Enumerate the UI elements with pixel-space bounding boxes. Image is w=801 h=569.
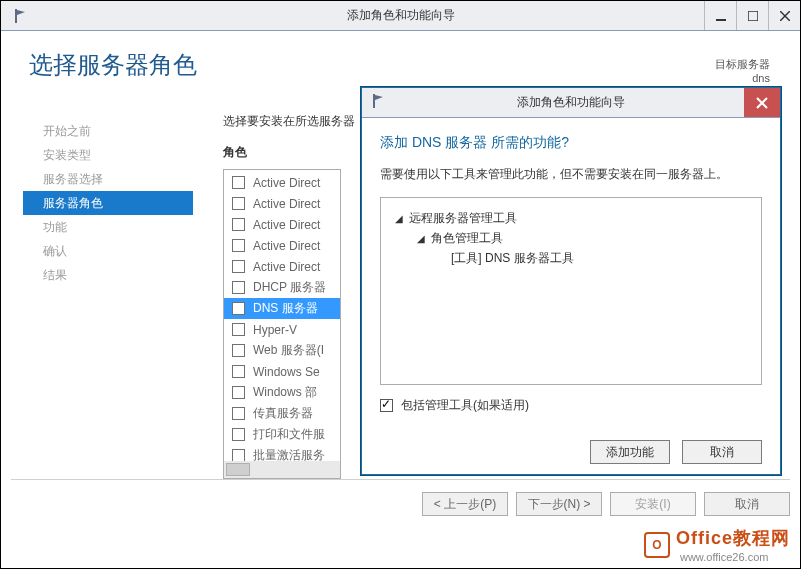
destination-server: 目标服务器 dns [715,57,770,84]
dialog-cancel-button[interactable]: 取消 [682,440,762,464]
role-row-dns[interactable]: DNS 服务器 [224,298,340,319]
add-features-button[interactable]: 添加功能 [590,440,670,464]
role-row[interactable]: Web 服务器(I [224,340,340,361]
tree-item-role-admin-tools[interactable]: ◢ 角色管理工具 [417,228,747,248]
checkbox-icon[interactable] [232,428,245,441]
roles-listbox[interactable]: Active Direct Active Direct Active Direc… [223,169,341,479]
watermark: O Office教程网 www.office26.com [644,526,790,564]
include-management-tools-row[interactable]: 包括管理工具(如果适用) [380,397,762,414]
dialog-footer: 添加功能 取消 [362,440,780,464]
svg-rect-2 [748,11,758,21]
checkbox-icon[interactable] [232,365,245,378]
close-button[interactable] [768,1,800,30]
checkbox-icon[interactable] [232,176,245,189]
checkbox-icon[interactable] [232,281,245,294]
caret-down-icon[interactable]: ◢ [395,213,405,224]
watermark-brand: Office教程网 [676,528,790,548]
sidebar-item-server-selection[interactable]: 服务器选择 [23,167,193,191]
checkbox-icon[interactable] [232,302,245,315]
sidebar-item-installation-type[interactable]: 安装类型 [23,143,193,167]
horizontal-scrollbar[interactable] [224,461,340,478]
add-features-dialog: 添加角色和功能向导 添加 DNS 服务器 所需的功能? 需要使用以下工具来管理此… [361,87,781,475]
dest-server-value: dns [715,72,770,84]
wizard-sidebar: 开始之前 安装类型 服务器选择 服务器角色 功能 确认 结果 [23,119,193,287]
tree-item-dns-server-tools[interactable]: [工具] DNS 服务器工具 [451,248,747,268]
role-row[interactable]: 打印和文件服 [224,424,340,445]
sidebar-item-server-roles[interactable]: 服务器角色 [23,191,193,215]
next-button[interactable]: 下一步(N) > [516,492,602,516]
checkbox-icon[interactable] [232,344,245,357]
role-row[interactable]: 传真服务器 [224,403,340,424]
sidebar-item-before-you-begin[interactable]: 开始之前 [23,119,193,143]
sidebar-item-confirmation[interactable]: 确认 [23,239,193,263]
wizard-footer: < 上一步(P) 下一步(N) > 安装(I) 取消 [11,479,790,527]
dialog-text: 需要使用以下工具来管理此功能，但不需要安装在同一服务器上。 [380,166,762,183]
checkbox-icon[interactable] [232,323,245,336]
role-row[interactable]: Active Direct [224,172,340,193]
dialog-body: 添加 DNS 服务器 所需的功能? 需要使用以下工具来管理此功能，但不需要安装在… [362,118,780,426]
dest-server-label: 目标服务器 [715,57,770,72]
role-row[interactable]: Active Direct [224,256,340,277]
page-title: 选择服务器角色 [29,49,778,81]
cancel-button[interactable]: 取消 [704,492,790,516]
watermark-text: Office教程网 www.office26.com [676,526,790,564]
role-row[interactable]: Windows 部 [224,382,340,403]
dialog-title: 添加角色和功能向导 [362,94,780,111]
minimize-button[interactable] [704,1,736,30]
checkbox-icon[interactable] [232,239,245,252]
role-row[interactable]: Hyper-V [224,319,340,340]
svg-rect-1 [716,19,726,21]
tree-item-label: 远程服务器管理工具 [409,210,517,227]
dialog-close-button[interactable] [744,88,780,117]
role-row[interactable]: Windows Se [224,361,340,382]
checkbox-icon[interactable] [232,197,245,210]
include-tools-label: 包括管理工具(如果适用) [401,397,529,414]
main-window-title: 添加角色和功能向导 [1,7,800,24]
checkbox-icon[interactable] [232,260,245,273]
dialog-heading: 添加 DNS 服务器 所需的功能? [380,134,762,152]
window-controls [704,1,800,30]
sidebar-item-features[interactable]: 功能 [23,215,193,239]
tree-item-label: [工具] DNS 服务器工具 [451,250,574,267]
feature-tree[interactable]: ◢ 远程服务器管理工具 ◢ 角色管理工具 [工具] DNS 服务器工具 [380,197,762,385]
main-titlebar: 添加角色和功能向导 [1,1,800,31]
role-row[interactable]: Active Direct [224,214,340,235]
previous-button[interactable]: < 上一步(P) [422,492,508,516]
sidebar-item-results[interactable]: 结果 [23,263,193,287]
restore-button[interactable] [736,1,768,30]
scroll-thumb[interactable] [226,463,250,476]
watermark-url: www.office26.com [680,551,768,563]
dialog-titlebar: 添加角色和功能向导 [362,88,780,118]
caret-down-icon[interactable]: ◢ [417,233,427,244]
include-tools-checkbox[interactable] [380,399,393,412]
watermark-logo-icon: O [644,532,670,558]
checkbox-icon[interactable] [232,386,245,399]
tree-item-remote-admin-tools[interactable]: ◢ 远程服务器管理工具 [395,208,747,228]
role-row[interactable]: Active Direct [224,193,340,214]
tree-item-label: 角色管理工具 [431,230,503,247]
role-row[interactable]: DHCP 服务器 [224,277,340,298]
role-row[interactable]: Active Direct [224,235,340,256]
checkbox-icon[interactable] [232,407,245,420]
install-button[interactable]: 安装(I) [610,492,696,516]
checkbox-icon[interactable] [232,218,245,231]
